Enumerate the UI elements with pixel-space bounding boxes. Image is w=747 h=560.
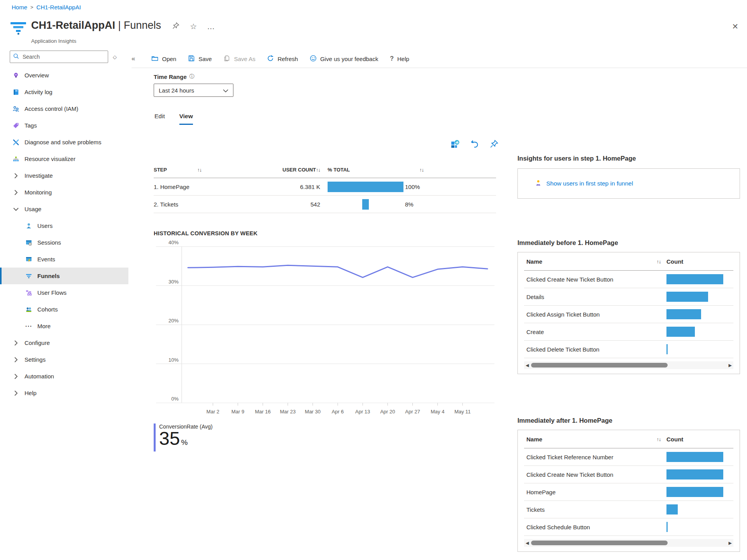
breadcrumb: Home > CH1-RetailAppAI bbox=[12, 4, 81, 10]
sidebar-item-funnels[interactable]: Funnels bbox=[0, 268, 128, 284]
open-button[interactable]: Open bbox=[151, 55, 176, 63]
time-range-select[interactable]: Last 24 hours bbox=[154, 84, 233, 97]
sidebar-item-overview[interactable]: Overview bbox=[0, 67, 128, 84]
chevron-right-icon bbox=[12, 373, 20, 380]
svg-text:40%: 40% bbox=[168, 240, 179, 245]
scroll-right-icon[interactable]: ▶ bbox=[729, 539, 732, 547]
pin-chart-icon[interactable] bbox=[489, 139, 499, 149]
collapse-sidebar-icon[interactable]: « bbox=[132, 55, 135, 63]
sidebar-item-monitoring[interactable]: Monitoring bbox=[0, 184, 128, 201]
scrollbar-thumb[interactable] bbox=[531, 363, 668, 368]
scroll-right-icon[interactable]: ▶ bbox=[729, 361, 732, 369]
horizontal-scrollbar[interactable]: ◀▶ bbox=[524, 539, 733, 547]
user-count-sort-icon[interactable]: ↑↓ bbox=[316, 167, 320, 173]
insights-title: Insights for users in step 1. HomePage bbox=[517, 155, 740, 162]
count-bar bbox=[666, 469, 723, 480]
sidebar-item-label: Events bbox=[37, 256, 55, 262]
sidebar-item-users[interactable]: Users bbox=[0, 217, 128, 234]
sidebar-item-automation[interactable]: Automation bbox=[0, 368, 128, 385]
undo-icon[interactable] bbox=[470, 139, 479, 149]
sidebar-item-sessions[interactable]: Sessions bbox=[0, 234, 128, 251]
breadcrumb-current-link[interactable]: CH1-RetailAppAI bbox=[37, 4, 81, 10]
name-sort-icon[interactable]: ↑↓ bbox=[651, 436, 666, 442]
name-column-header[interactable]: Name bbox=[524, 436, 651, 443]
sidebar-item-access-control-iam[interactable]: Access control (IAM) bbox=[0, 100, 128, 117]
step-percent-label: 8% bbox=[405, 201, 436, 208]
workbooks-icon[interactable] bbox=[451, 139, 460, 149]
sidebar-item-label: Investigate bbox=[25, 172, 53, 179]
sidebar-item-more[interactable]: ···More bbox=[0, 318, 128, 334]
more-icon: ··· bbox=[25, 322, 33, 330]
sidebar-item-events[interactable]: Events bbox=[0, 251, 128, 268]
step-sort-icon[interactable]: ↑↓ bbox=[197, 167, 202, 173]
scroll-left-icon[interactable]: ◀ bbox=[526, 361, 529, 369]
count-bar bbox=[666, 274, 723, 284]
sidebar-item-configure[interactable]: Configure bbox=[0, 334, 128, 351]
step-column-header[interactable]: STEP bbox=[154, 167, 167, 173]
help-icon: ? bbox=[390, 55, 394, 62]
help-button[interactable]: ? Help bbox=[390, 55, 409, 62]
user-flows-icon bbox=[25, 289, 33, 297]
dock-icon[interactable]: ◇ bbox=[113, 54, 117, 60]
info-icon[interactable]: ⓘ bbox=[189, 73, 195, 80]
event-name: Clicked Create New Ticket Button bbox=[524, 276, 651, 283]
breadcrumb-home-link[interactable]: Home bbox=[12, 4, 27, 10]
sidebar-item-settings[interactable]: Settings bbox=[0, 351, 128, 368]
scroll-left-icon[interactable]: ◀ bbox=[526, 539, 529, 547]
sidebar-item-activity-log[interactable]: Activity log bbox=[0, 84, 128, 100]
refresh-icon bbox=[267, 55, 274, 63]
sidebar-item-cohorts[interactable]: Cohorts bbox=[0, 301, 128, 318]
total-column-header[interactable]: % TOTAL bbox=[328, 167, 350, 173]
total-sort-icon[interactable]: ↑↓ bbox=[419, 167, 424, 173]
scrollbar-thumb[interactable] bbox=[531, 541, 668, 545]
name-sort-icon[interactable]: ↑↓ bbox=[651, 259, 666, 264]
chevron-right-icon bbox=[12, 189, 20, 196]
close-icon[interactable]: ✕ bbox=[732, 22, 738, 31]
after-panel-row: Clicked Schedule Button bbox=[524, 518, 733, 536]
sidebar-item-label: Access control (IAM) bbox=[25, 105, 78, 112]
count-bar bbox=[666, 292, 708, 302]
save-button[interactable]: Save bbox=[188, 55, 212, 63]
funnel-table-body: 1. HomePage6.381 K100%2. Tickets5428% bbox=[154, 178, 496, 213]
more-options-icon[interactable]: … bbox=[207, 23, 215, 30]
feedback-button[interactable]: Give us your feedback bbox=[310, 55, 378, 63]
search-icon bbox=[13, 53, 19, 60]
save-icon bbox=[188, 55, 195, 63]
sidebar-item-help[interactable]: Help bbox=[0, 385, 128, 401]
sessions-icon bbox=[25, 239, 33, 247]
sidebar-item-user-flows[interactable]: User Flows bbox=[0, 284, 128, 301]
refresh-button[interactable]: Refresh bbox=[267, 55, 298, 63]
legend-color-bar bbox=[154, 424, 156, 452]
after-panel-row: Clicked Ticket Reference Number bbox=[524, 448, 733, 466]
sidebar-item-label: Diagnose and solve problems bbox=[25, 139, 102, 145]
name-column-header[interactable]: Name bbox=[524, 258, 651, 265]
pin-icon[interactable] bbox=[172, 22, 180, 31]
svg-text:Mar 9: Mar 9 bbox=[231, 409, 244, 415]
after-panel-row: Clicked Create New Ticket Button bbox=[524, 466, 733, 483]
tab-view[interactable]: View bbox=[179, 113, 193, 125]
sidebar-item-diagnose-and-solve-problems[interactable]: Diagnose and solve problems bbox=[0, 134, 128, 150]
sidebar-item-resource-visualizer[interactable]: Resource visualizer bbox=[0, 150, 128, 167]
horizontal-scrollbar[interactable]: ◀▶ bbox=[524, 361, 733, 369]
save-as-button[interactable]: Save As bbox=[223, 55, 255, 63]
show-users-link[interactable]: Show users in first step in funnel bbox=[546, 180, 633, 187]
after-panel-title: Immediately after 1. HomePage bbox=[517, 417, 740, 424]
event-name: Tickets bbox=[524, 506, 651, 513]
historical-conversion-chart: 40%30%20%10%0%Mar 2Mar 9Mar 16Mar 23Mar … bbox=[154, 237, 496, 422]
tab-edit[interactable]: Edit bbox=[154, 113, 165, 125]
sidebar-item-investigate[interactable]: Investigate bbox=[0, 167, 128, 184]
sidebar-item-usage[interactable]: Usage bbox=[0, 201, 128, 217]
svg-text:10%: 10% bbox=[168, 357, 179, 363]
sidebar-item-label: Cohorts bbox=[37, 306, 58, 313]
count-column-header[interactable]: Count bbox=[666, 258, 733, 265]
resource-visualizer-icon bbox=[12, 155, 20, 163]
search-input[interactable] bbox=[10, 51, 108, 63]
count-column-header[interactable]: Count bbox=[666, 436, 733, 443]
funnel-table-header: STEP↑↓ USER COUNT↑↓ % TOTAL ↑↓ bbox=[154, 161, 496, 178]
sidebar-item-label: Sessions bbox=[37, 239, 61, 246]
favorite-star-icon[interactable]: ☆ bbox=[190, 23, 197, 30]
title-bar: CH1-RetailAppAI | Funnels ☆ … bbox=[9, 17, 215, 36]
user-count-column-header[interactable]: USER COUNT↑↓ bbox=[267, 167, 320, 173]
sidebar-item-tags[interactable]: Tags bbox=[0, 117, 128, 134]
svg-text:Mar 23: Mar 23 bbox=[280, 409, 295, 415]
